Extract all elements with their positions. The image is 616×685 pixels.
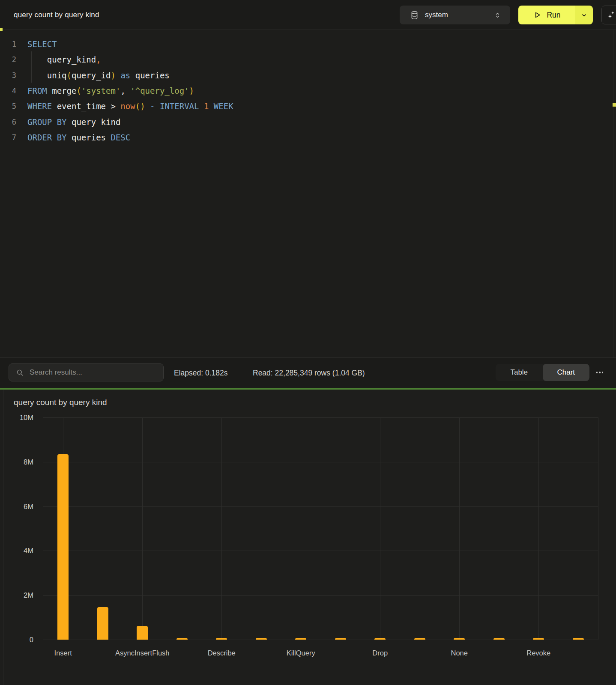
code-text: SELECT	[16, 39, 57, 49]
ellipsis-icon	[596, 372, 598, 373]
code-line: 2 query_kind,	[0, 52, 616, 67]
read-stat: Read: 22,285,349 rows (1.04 GB)	[253, 369, 365, 378]
bar	[97, 607, 108, 640]
x-axis-label: AsyncInsertFlush	[115, 649, 170, 657]
x-axis-label: KillQuery	[287, 649, 315, 657]
tab-chart[interactable]: Chart	[543, 364, 590, 381]
bar	[295, 638, 306, 640]
code-text: GROUP BY query_kind	[16, 117, 120, 127]
database-selector[interactable]: system	[400, 6, 510, 24]
grid-line-y	[43, 640, 598, 640]
line-number: 4	[0, 86, 16, 95]
grid-line-x	[142, 417, 143, 640]
sql-editor[interactable]: 1SELECT2 query_kind,3 uniq(query_id) as …	[0, 30, 616, 357]
bar	[256, 638, 267, 640]
y-tick-label: 8M	[24, 458, 33, 466]
grid-line-x	[301, 417, 301, 640]
results-toolbar: Elapsed: 0.182s Read: 22,285,349 rows (1…	[0, 357, 616, 388]
grid-line-y	[43, 506, 598, 507]
chevron-down-icon	[580, 12, 588, 19]
x-axis-label: Drop	[372, 649, 388, 657]
indent-guide	[31, 51, 32, 83]
search-icon	[16, 369, 24, 377]
bar	[493, 638, 505, 640]
ai-assist-button[interactable]	[601, 6, 616, 24]
y-tick-label: 0	[30, 636, 33, 644]
bar	[137, 626, 148, 640]
chart-title: query count by query kind	[14, 398, 107, 407]
overview-ruler-mark	[613, 103, 616, 107]
bar	[533, 638, 544, 640]
query-title: query count by query kind	[14, 11, 99, 19]
bar	[335, 638, 346, 640]
editor-breakpoint-mark	[0, 28, 3, 31]
line-number: 6	[0, 118, 16, 126]
code-text: uniq(query_id) as queries	[16, 71, 170, 80]
y-tick-label: 6M	[24, 502, 33, 510]
chart-panel: query count by query kind 02M4M6M8M10MIn…	[0, 390, 616, 685]
code-lines: 1SELECT2 query_kind,3 uniq(query_id) as …	[0, 36, 616, 145]
search-box	[9, 363, 164, 381]
database-icon	[410, 11, 419, 20]
chart-panel-edge	[3, 390, 3, 685]
code-line: 5WHERE event_time > now() - INTERVAL 1 W…	[0, 98, 616, 114]
line-number: 3	[0, 71, 16, 80]
grid-line-x	[459, 417, 460, 640]
run-options-button[interactable]	[575, 6, 593, 24]
search-results-input[interactable]	[30, 368, 156, 377]
grid-line-y	[43, 462, 598, 462]
y-tick-label: 10M	[20, 414, 33, 422]
code-text: ORDER BY queries DESC	[16, 133, 130, 142]
grid-line-x	[380, 417, 380, 640]
x-axis-label: None	[451, 649, 468, 657]
code-text: WHERE event_time > now() - INTERVAL 1 WE…	[16, 101, 233, 111]
x-axis-label: Insert	[54, 649, 72, 657]
code-line: 7ORDER BY queries DESC	[0, 130, 616, 145]
x-axis-label: Revoke	[526, 649, 550, 657]
play-icon	[533, 11, 541, 19]
minimap-divider	[613, 30, 613, 357]
elapsed-stat: Elapsed: 0.182s	[174, 369, 228, 378]
view-toggle: Table Chart	[496, 364, 589, 381]
y-tick-label: 2M	[24, 591, 33, 599]
run-button-group: Run	[518, 6, 593, 24]
code-line: 3 uniq(query_id) as queries	[0, 68, 616, 83]
grid-line-y	[43, 551, 598, 551]
line-number: 5	[0, 102, 16, 110]
grid-line-y	[43, 417, 598, 418]
grid-line-x	[538, 417, 539, 640]
tab-table[interactable]: Table	[496, 364, 543, 381]
grid-line-y	[43, 595, 598, 596]
code-line: 6GROUP BY query_kind	[0, 114, 616, 129]
database-selector-value: system	[425, 11, 487, 19]
code-text: FROM merge('system', '^query_log')	[16, 86, 194, 95]
line-number: 1	[0, 40, 16, 48]
code-text: query_kind,	[16, 55, 101, 64]
bar	[176, 638, 188, 640]
run-button[interactable]: Run	[518, 6, 575, 24]
line-number: 2	[0, 55, 16, 64]
bar	[216, 638, 227, 640]
bar	[374, 638, 386, 640]
run-button-label: Run	[547, 11, 560, 20]
code-line: 4FROM merge('system', '^query_log')	[0, 83, 616, 98]
more-options-button[interactable]	[594, 366, 606, 378]
x-axis-label: Describe	[208, 649, 236, 657]
grid-line-x	[221, 417, 222, 640]
bar	[57, 454, 69, 640]
chevron-up-down-icon	[493, 11, 502, 19]
bar	[573, 638, 584, 640]
y-tick-label: 4M	[24, 547, 33, 555]
bar	[414, 638, 425, 640]
bar-chart: 02M4M6M8M10MInsertAsyncInsertFlushDescri…	[43, 417, 598, 640]
bar	[454, 638, 465, 640]
sparkles-icon	[606, 10, 616, 20]
line-number: 7	[0, 133, 16, 142]
grid-line-x	[598, 417, 598, 640]
top-toolbar: query count by query kind system Run	[0, 0, 616, 30]
code-line: 1SELECT	[0, 36, 616, 52]
